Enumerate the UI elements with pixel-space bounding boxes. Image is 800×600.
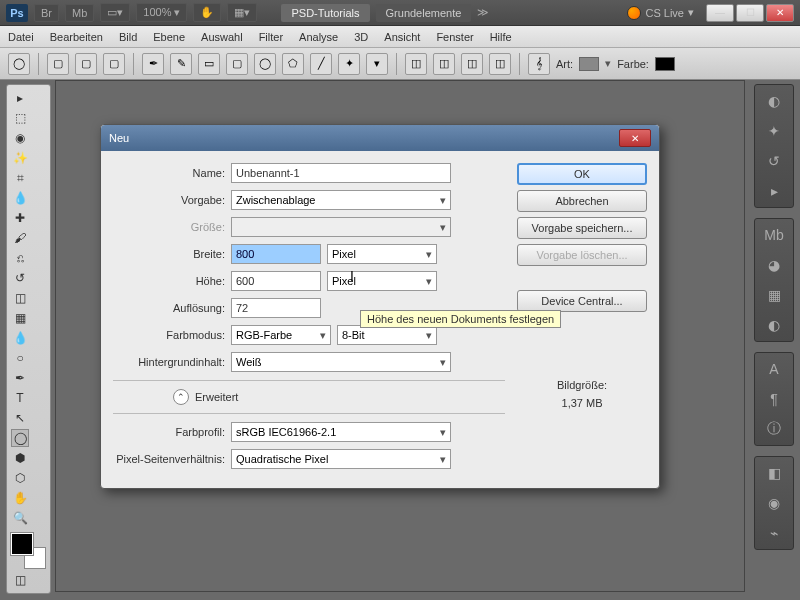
profile-dropdown[interactable]: sRGB IEC61966-2.1 — [231, 422, 451, 442]
channels-panel-icon[interactable]: ◉ — [764, 493, 784, 513]
path-select-tool[interactable]: ↖ — [11, 409, 29, 427]
menu-3d[interactable]: 3D — [354, 31, 368, 43]
save-preset-button[interactable]: Vorgabe speichern... — [517, 217, 647, 239]
menu-fenster[interactable]: Fenster — [436, 31, 473, 43]
history-icon[interactable]: ↺ — [764, 151, 784, 171]
ellipse-icon[interactable]: ◯ — [254, 53, 276, 75]
layers-panel-icon[interactable]: ◧ — [764, 463, 784, 483]
subtract-icon[interactable]: ◫ — [461, 53, 483, 75]
resolution-input[interactable] — [231, 298, 321, 318]
close-button[interactable]: ✕ — [766, 4, 794, 22]
history-brush-tool[interactable]: ↺ — [11, 269, 29, 287]
preset-dropdown[interactable]: Zwischenablage — [231, 190, 451, 210]
style-swatch[interactable] — [579, 57, 599, 71]
advanced-toggle[interactable]: ⌃ Erweitert — [173, 389, 505, 405]
minibridge-button[interactable]: Mb — [65, 4, 94, 22]
paths-panel-icon[interactable]: ⌁ — [764, 523, 784, 543]
roundrect-icon[interactable]: ▢ — [226, 53, 248, 75]
width-input[interactable] — [231, 244, 321, 264]
height-unit-dropdown[interactable]: Pixel — [327, 271, 437, 291]
shape-tool[interactable]: ◯ — [11, 429, 29, 447]
menu-filter[interactable]: Filter — [259, 31, 283, 43]
intersect-icon[interactable]: ◫ — [489, 53, 511, 75]
heal-tool[interactable]: ✚ — [11, 209, 29, 227]
color-swatch[interactable] — [655, 57, 675, 71]
actions-icon[interactable]: ▸ — [764, 181, 784, 201]
menu-analyse[interactable]: Analyse — [299, 31, 338, 43]
dialog-titlebar[interactable]: Neu ✕ — [101, 125, 659, 151]
screen-mode-button[interactable]: ▭▾ — [100, 3, 130, 22]
dodge-tool[interactable]: ○ — [11, 349, 29, 367]
blur-tool[interactable]: 💧 — [11, 329, 29, 347]
wand-tool[interactable]: ✨ — [11, 149, 29, 167]
line-icon[interactable]: ╱ — [310, 53, 332, 75]
fill-pixels-icon[interactable]: ▢ — [103, 53, 125, 75]
path-icon[interactable]: ▢ — [75, 53, 97, 75]
menu-ebene[interactable]: Ebene — [153, 31, 185, 43]
swatches-panel-icon[interactable]: ▦ — [764, 285, 784, 305]
styles-icon[interactable]: ✦ — [764, 121, 784, 141]
pen-tool[interactable]: ✒ — [11, 369, 29, 387]
menu-bearbeiten[interactable]: Bearbeiten — [50, 31, 103, 43]
stamp-tool[interactable]: ⎌ — [11, 249, 29, 267]
color-picker[interactable] — [11, 533, 46, 569]
paragraph-panel-icon[interactable]: ¶ — [764, 389, 784, 409]
character-panel-icon[interactable]: A — [764, 359, 784, 379]
zoom-tool[interactable]: 🔍 — [11, 509, 29, 527]
quickmask-tool[interactable]: ◫ — [11, 571, 29, 589]
move-tool[interactable]: ▸ — [11, 89, 29, 107]
bridge-button[interactable]: Br — [34, 4, 59, 22]
zoom-dropdown[interactable]: 100% ▾ — [136, 3, 187, 22]
name-input[interactable] — [231, 163, 451, 183]
menu-ansicht[interactable]: Ansicht — [384, 31, 420, 43]
bitdepth-dropdown[interactable]: 8-Bit — [337, 325, 437, 345]
brush-tool[interactable]: 🖌 — [11, 229, 29, 247]
device-central-button[interactable]: Device Central... — [517, 290, 647, 312]
adjustments-icon[interactable]: ◐ — [764, 91, 784, 111]
pen-icon[interactable]: ✒ — [142, 53, 164, 75]
type-tool[interactable]: T — [11, 389, 29, 407]
masks-panel-icon[interactable]: ◐ — [764, 315, 784, 335]
menu-auswahl[interactable]: Auswahl — [201, 31, 243, 43]
shape-options-icon[interactable]: ▾ — [366, 53, 388, 75]
bgcontent-dropdown[interactable]: Weiß — [231, 352, 451, 372]
ok-button[interactable]: OK — [517, 163, 647, 185]
lasso-tool[interactable]: ◉ — [11, 129, 29, 147]
rect-icon[interactable]: ▭ — [198, 53, 220, 75]
workspace-tab-grundelemente[interactable]: Grundelemente — [376, 4, 472, 22]
eyedropper-tool[interactable]: 💧 — [11, 189, 29, 207]
shape-layer-icon[interactable]: ▢ — [47, 53, 69, 75]
workspace-tab-tutorials[interactable]: PSD-Tutorials — [281, 4, 369, 22]
aspect-dropdown[interactable]: Quadratische Pixel — [231, 449, 451, 469]
current-tool-icon[interactable]: ◯ — [8, 53, 30, 75]
minimize-button[interactable]: — — [706, 4, 734, 22]
eraser-tool[interactable]: ◫ — [11, 289, 29, 307]
arrange-button[interactable]: ▦▾ — [227, 3, 257, 22]
menu-hilfe[interactable]: Hilfe — [490, 31, 512, 43]
hand-tool[interactable]: ✋ — [11, 489, 29, 507]
color-panel-icon[interactable]: ◕ — [764, 255, 784, 275]
crop-tool[interactable]: ⌗ — [11, 169, 29, 187]
marquee-tool[interactable]: ⬚ — [11, 109, 29, 127]
polygon-icon[interactable]: ⬠ — [282, 53, 304, 75]
customshape-icon[interactable]: ✦ — [338, 53, 360, 75]
link-icon[interactable]: 𝄞 — [528, 53, 550, 75]
overlap-icon[interactable]: ◫ — [405, 53, 427, 75]
colormode-dropdown[interactable]: RGB-Farbe — [231, 325, 331, 345]
info-panel-icon[interactable]: ⓘ — [764, 419, 784, 439]
menu-datei[interactable]: Datei — [8, 31, 34, 43]
width-unit-dropdown[interactable]: Pixel — [327, 244, 437, 264]
cslive-button[interactable]: CS Live ▾ — [627, 6, 694, 20]
minibridge-panel-icon[interactable]: Mb — [764, 225, 784, 245]
3d-camera-tool[interactable]: ⬡ — [11, 469, 29, 487]
dialog-close-button[interactable]: ✕ — [619, 129, 651, 147]
3d-tool[interactable]: ⬢ — [11, 449, 29, 467]
freeform-pen-icon[interactable]: ✎ — [170, 53, 192, 75]
menu-bild[interactable]: Bild — [119, 31, 137, 43]
hand-tool-button[interactable]: ✋ — [193, 3, 221, 22]
fg-color[interactable] — [11, 533, 33, 555]
gradient-tool[interactable]: ▦ — [11, 309, 29, 327]
add-icon[interactable]: ◫ — [433, 53, 455, 75]
maximize-button[interactable]: ☐ — [736, 4, 764, 22]
cancel-button[interactable]: Abbrechen — [517, 190, 647, 212]
